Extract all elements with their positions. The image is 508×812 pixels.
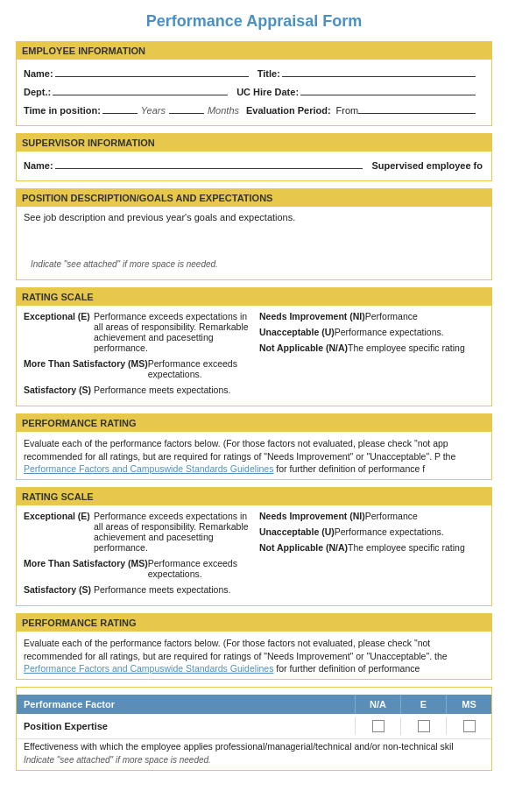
supervisor-name-label: Name: bbox=[24, 160, 53, 171]
perf-text-1a: Evaluate each of the performance factors… bbox=[24, 438, 455, 462]
rating-scale-2-left: Exceptional (E) Performance exceeds expe… bbox=[24, 511, 249, 600]
table-header: Performance Factor N/A E MS bbox=[17, 695, 491, 714]
name-label: Name: bbox=[24, 68, 53, 79]
position-expertise-desc: Effectiveness with which the employee ap… bbox=[17, 739, 491, 753]
name-field[interactable] bbox=[55, 65, 249, 77]
rating-scale-2-header: RATING SCALE bbox=[17, 488, 491, 505]
supervisor-info-section: SUPERVISOR INFORMATION Name: Supervised … bbox=[16, 133, 492, 181]
checkbox-ms-square[interactable] bbox=[463, 720, 476, 732]
rating-scale-1-left: Exceptional (E) Performance exceeds expe… bbox=[24, 311, 249, 400]
performance-table-section: Performance Factor N/A E MS Position Exp… bbox=[16, 687, 492, 771]
checkbox-na[interactable] bbox=[355, 717, 400, 735]
months-field[interactable] bbox=[169, 102, 204, 114]
rating-term-ni-2: Needs Improvement (NI) bbox=[259, 511, 365, 521]
rating-term-satisfactory-1: Satisfactory (S) bbox=[24, 385, 94, 395]
performance-rating-1-header: PERFORMANCE RATING bbox=[17, 414, 491, 432]
title-field[interactable] bbox=[282, 65, 476, 77]
from-label: From bbox=[336, 105, 359, 116]
dept-label: Dept.: bbox=[24, 87, 51, 97]
rating-desc-na-1: The employee specific rating bbox=[348, 342, 465, 353]
years-field[interactable] bbox=[102, 102, 138, 114]
supervised-label: Supervised employee fo bbox=[371, 160, 483, 171]
performance-rating-1-text: Evaluate each of the performance factors… bbox=[17, 432, 491, 479]
rating-item-na-2: Not Applicable (N/A) The employee specif… bbox=[259, 542, 484, 553]
col-header-ms: MS bbox=[446, 695, 491, 714]
perf-text-1b: for further definition of performance f bbox=[273, 463, 425, 474]
position-expertise-row: Position Expertise Effectiveness with wh… bbox=[17, 714, 491, 770]
rating-desc-exceptional-2: Performance exceeds expectations in all … bbox=[94, 511, 249, 553]
rating-desc-ni-1: Performance bbox=[365, 311, 418, 321]
supervisor-info-header: SUPERVISOR INFORMATION bbox=[17, 134, 491, 152]
checkbox-na-square[interactable] bbox=[372, 720, 385, 732]
employee-info-header: EMPLOYEE INFORMATION bbox=[17, 42, 491, 60]
rating-scale-2-right: Needs Improvement (NI) Performance Unacc… bbox=[259, 511, 484, 600]
dept-field[interactable] bbox=[53, 83, 228, 95]
rating-scale-1-right: Needs Improvement (NI) Performance Unacc… bbox=[259, 311, 484, 400]
checkbox-e-square[interactable] bbox=[418, 720, 430, 732]
page-title: Performance Appraisal Form bbox=[16, 12, 492, 31]
rating-term-mts-2: More Than Satisfactory (MS) bbox=[24, 558, 148, 579]
position-expertise-label: Position Expertise bbox=[17, 717, 355, 735]
time-eval-row: Time in position: Years Months Evaluatio… bbox=[24, 102, 484, 116]
rating-item-exceptional-2: Exceptional (E) Performance exceeds expe… bbox=[24, 511, 249, 553]
uc-hire-label: UC Hire Date: bbox=[236, 87, 299, 97]
rating-item-ni-1: Needs Improvement (NI) Performance bbox=[259, 311, 484, 321]
position-desc-body: See job description and previous year's … bbox=[24, 212, 484, 222]
rating-term-exceptional-2: Exceptional (E) bbox=[24, 511, 94, 553]
performance-rating-2-text: Evaluate each of the performance factors… bbox=[17, 632, 491, 679]
rating-desc-mts-2: Performance exceeds expectations. bbox=[148, 558, 249, 579]
performance-rating-1-section: PERFORMANCE RATING Evaluate each of the … bbox=[16, 413, 492, 480]
rating-item-satisfactory-1: Satisfactory (S) Performance meets expec… bbox=[24, 385, 249, 395]
years-label: Years bbox=[141, 105, 166, 116]
title-label: Title: bbox=[258, 68, 280, 79]
months-label: Months bbox=[208, 105, 239, 116]
perf-text-2a: Evaluate each of the performance factors… bbox=[24, 638, 448, 661]
time-label: Time in position: bbox=[24, 105, 101, 116]
position-expertise-label-row: Position Expertise bbox=[17, 714, 491, 739]
rating-term-mts-1: More Than Satisfactory (MS) bbox=[24, 358, 148, 379]
rating-item-unacceptable-1: Unacceptable (U) Performance expectation… bbox=[259, 327, 484, 337]
rating-desc-unacceptable-1: Performance expectations. bbox=[335, 327, 444, 337]
supervisor-name-field[interactable] bbox=[55, 157, 363, 169]
uc-hire-field[interactable] bbox=[300, 83, 476, 95]
rating-desc-satisfactory-1: Performance meets expectations. bbox=[94, 385, 230, 395]
dept-hire-row: Dept.: UC Hire Date: bbox=[24, 83, 484, 97]
rating-item-unacceptable-2: Unacceptable (U) Performance expectation… bbox=[259, 526, 484, 537]
rating-desc-na-2: The employee specific rating bbox=[348, 542, 465, 553]
rating-term-unacceptable-1: Unacceptable (U) bbox=[259, 327, 335, 337]
rating-term-ni-1: Needs Improvement (NI) bbox=[259, 311, 365, 321]
rating-term-satisfactory-2: Satisfactory (S) bbox=[24, 584, 94, 595]
position-desc-note: Indicate "see attached" if more space is… bbox=[24, 258, 484, 274]
rating-desc-mts-1: Performance exceeds expectations. bbox=[148, 358, 249, 379]
performance-rating-2-section: PERFORMANCE RATING Evaluate each of the … bbox=[16, 613, 492, 680]
rating-desc-satisfactory-2: Performance meets expectations. bbox=[94, 584, 230, 595]
name-title-row: Name: Title: bbox=[24, 65, 484, 79]
rating-desc-exceptional-1: Performance exceeds expectations in all … bbox=[94, 311, 249, 353]
rating-item-na-1: Not Applicable (N/A) The employee specif… bbox=[259, 342, 484, 353]
rating-item-exceptional-1: Exceptional (E) Performance exceeds expe… bbox=[24, 311, 249, 353]
supervisor-name-row: Name: Supervised employee fo bbox=[24, 157, 484, 171]
rating-scale-1-section: RATING SCALE Exceptional (E) Performance… bbox=[16, 287, 492, 406]
eval-period-field[interactable] bbox=[358, 102, 476, 114]
rating-term-unacceptable-2: Unacceptable (U) bbox=[259, 526, 335, 537]
position-desc-section: POSITION DESCRIPTION/GOALS AND EXPECTATI… bbox=[16, 188, 492, 280]
col-header-factor: Performance Factor bbox=[17, 695, 355, 714]
checkbox-ms[interactable] bbox=[446, 717, 491, 735]
rating-term-na-2: Not Applicable (N/A) bbox=[259, 542, 348, 553]
perf-link-2[interactable]: Performance Factors and Campuswide Stand… bbox=[24, 663, 273, 674]
performance-rating-2-header: PERFORMANCE RATING bbox=[17, 614, 491, 632]
employee-info-section: EMPLOYEE INFORMATION Name: Title: Dept.:… bbox=[16, 41, 492, 126]
position-expertise-note: Indicate "see attached" if more space is… bbox=[17, 753, 491, 770]
perf-text-2b: for further definition of performance bbox=[273, 663, 420, 674]
checkbox-e[interactable] bbox=[400, 717, 446, 735]
rating-scale-2-section: RATING SCALE Exceptional (E) Performance… bbox=[16, 487, 492, 606]
rating-scale-1-header: RATING SCALE bbox=[17, 288, 491, 306]
col-header-e: E bbox=[400, 695, 446, 714]
rating-item-mts-2: More Than Satisfactory (MS) Performance … bbox=[24, 558, 249, 579]
rating-item-ni-2: Needs Improvement (NI) Performance bbox=[259, 511, 484, 521]
rating-item-satisfactory-2: Satisfactory (S) Performance meets expec… bbox=[24, 584, 249, 595]
col-header-na: N/A bbox=[355, 695, 400, 714]
rating-desc-unacceptable-2: Performance expectations. bbox=[335, 526, 444, 537]
perf-link-1[interactable]: Performance Factors and Campuswide Stand… bbox=[24, 463, 273, 474]
eval-period-label: Evaluation Period: bbox=[246, 105, 331, 116]
